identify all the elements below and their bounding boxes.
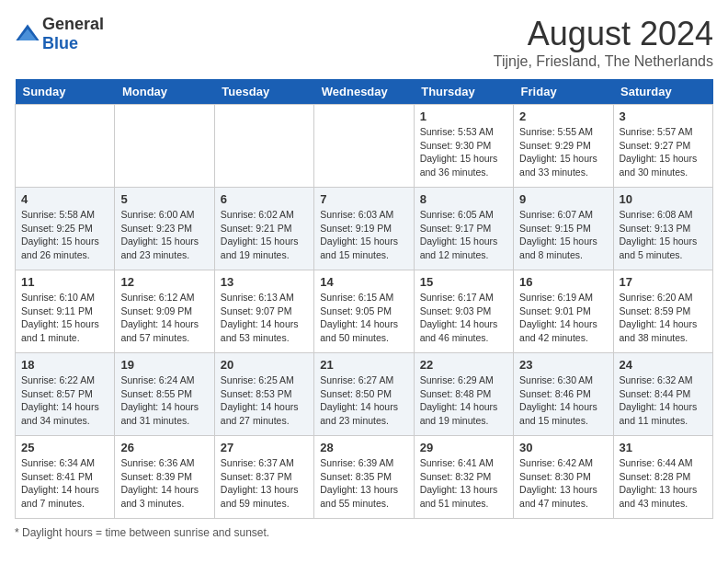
header-day-saturday: Saturday: [613, 79, 712, 105]
week-row-1: 1Sunrise: 5:53 AM Sunset: 9:30 PM Daylig…: [16, 105, 713, 188]
footer-note: * Daylight hours = time between sunrise …: [15, 526, 713, 539]
calendar-cell: 27Sunrise: 6:37 AM Sunset: 8:37 PM Dayli…: [214, 436, 313, 519]
day-number: 26: [120, 441, 208, 454]
day-number: 23: [519, 358, 607, 372]
day-number: 18: [21, 358, 108, 372]
day-content: Sunrise: 6:19 AM Sunset: 9:01 PM Dayligh…: [519, 291, 607, 345]
day-content: Sunrise: 6:24 AM Sunset: 8:55 PM Dayligh…: [120, 373, 208, 428]
day-content: Sunrise: 6:13 AM Sunset: 9:07 PM Dayligh…: [221, 291, 308, 345]
week-row-5: 25Sunrise: 6:34 AM Sunset: 8:41 PM Dayli…: [16, 436, 713, 519]
day-number: 7: [320, 192, 407, 206]
day-number: 5: [120, 192, 208, 206]
day-content: Sunrise: 5:53 AM Sunset: 9:30 PM Dayligh…: [420, 125, 507, 179]
day-content: Sunrise: 6:25 AM Sunset: 8:53 PM Dayligh…: [221, 373, 308, 428]
day-number: 1: [420, 109, 507, 123]
day-number: 13: [221, 275, 308, 289]
day-number: 16: [519, 275, 607, 289]
calendar-cell: 25Sunrise: 6:34 AM Sunset: 8:41 PM Dayli…: [16, 436, 115, 519]
calendar-cell: 11Sunrise: 6:10 AM Sunset: 9:11 PM Dayli…: [16, 270, 115, 353]
day-number: 8: [420, 192, 507, 206]
calendar-cell: [115, 105, 214, 188]
header-row: SundayMondayTuesdayWednesdayThursdayFrid…: [16, 79, 713, 105]
calendar-cell: 31Sunrise: 6:44 AM Sunset: 8:28 PM Dayli…: [613, 436, 712, 519]
day-content: Sunrise: 6:05 AM Sunset: 9:17 PM Dayligh…: [420, 208, 507, 262]
calendar-cell: 12Sunrise: 6:12 AM Sunset: 9:09 PM Dayli…: [115, 270, 214, 353]
day-number: 12: [120, 275, 208, 289]
day-content: Sunrise: 5:55 AM Sunset: 9:29 PM Dayligh…: [519, 125, 607, 179]
header: General Blue August 2024 Tijnje, Friesla…: [15, 15, 713, 70]
calendar-cell: 4Sunrise: 5:58 AM Sunset: 9:25 PM Daylig…: [16, 188, 115, 270]
day-content: Sunrise: 6:27 AM Sunset: 8:50 PM Dayligh…: [320, 373, 407, 428]
day-content: Sunrise: 6:10 AM Sunset: 9:11 PM Dayligh…: [21, 291, 108, 345]
day-content: Sunrise: 6:37 AM Sunset: 8:37 PM Dayligh…: [221, 456, 308, 511]
calendar-cell: 18Sunrise: 6:22 AM Sunset: 8:57 PM Dayli…: [16, 353, 115, 436]
calendar-cell: 9Sunrise: 6:07 AM Sunset: 9:15 PM Daylig…: [514, 188, 613, 270]
calendar-cell: [16, 105, 115, 188]
header-day-thursday: Thursday: [414, 79, 513, 105]
calendar-cell: 17Sunrise: 6:20 AM Sunset: 8:59 PM Dayli…: [613, 270, 712, 353]
calendar-cell: 10Sunrise: 6:08 AM Sunset: 9:13 PM Dayli…: [613, 188, 712, 270]
day-number: 19: [120, 358, 208, 372]
calendar-cell: 21Sunrise: 6:27 AM Sunset: 8:50 PM Dayli…: [314, 353, 414, 436]
page-title: August 2024: [494, 15, 713, 53]
calendar-cell: 13Sunrise: 6:13 AM Sunset: 9:07 PM Dayli…: [214, 270, 313, 353]
calendar-cell: [214, 105, 313, 188]
header-day-sunday: Sunday: [16, 79, 115, 105]
day-number: 10: [620, 192, 707, 206]
header-day-monday: Monday: [115, 79, 214, 105]
logo: General Blue: [15, 15, 104, 53]
day-content: Sunrise: 6:12 AM Sunset: 9:09 PM Dayligh…: [120, 291, 208, 345]
calendar-cell: 8Sunrise: 6:05 AM Sunset: 9:17 PM Daylig…: [414, 188, 513, 270]
day-number: 9: [519, 192, 607, 206]
day-number: 20: [221, 358, 308, 372]
title-area: August 2024 Tijnje, Friesland, The Nethe…: [494, 15, 713, 70]
day-content: Sunrise: 5:58 AM Sunset: 9:25 PM Dayligh…: [21, 208, 108, 262]
calendar-cell: 6Sunrise: 6:02 AM Sunset: 9:21 PM Daylig…: [214, 188, 313, 270]
day-content: Sunrise: 6:44 AM Sunset: 8:28 PM Dayligh…: [620, 456, 707, 511]
calendar-cell: 7Sunrise: 6:03 AM Sunset: 9:19 PM Daylig…: [314, 188, 414, 270]
calendar-cell: 2Sunrise: 5:55 AM Sunset: 9:29 PM Daylig…: [514, 105, 613, 188]
day-number: 2: [519, 109, 607, 123]
logo-icon: [15, 21, 40, 47]
day-number: 28: [320, 441, 407, 454]
calendar-cell: 20Sunrise: 6:25 AM Sunset: 8:53 PM Dayli…: [214, 353, 313, 436]
day-number: 24: [620, 358, 707, 372]
day-content: Sunrise: 6:03 AM Sunset: 9:19 PM Dayligh…: [320, 208, 407, 262]
week-row-4: 18Sunrise: 6:22 AM Sunset: 8:57 PM Dayli…: [16, 353, 713, 436]
calendar-cell: 3Sunrise: 5:57 AM Sunset: 9:27 PM Daylig…: [613, 105, 712, 188]
calendar-cell: 24Sunrise: 6:32 AM Sunset: 8:44 PM Dayli…: [613, 353, 712, 436]
day-number: 11: [21, 275, 108, 289]
calendar-header: SundayMondayTuesdayWednesdayThursdayFrid…: [16, 79, 713, 105]
day-content: Sunrise: 6:34 AM Sunset: 8:41 PM Dayligh…: [21, 456, 108, 511]
day-number: 21: [320, 358, 407, 372]
calendar-cell: [314, 105, 414, 188]
day-number: 14: [320, 275, 407, 289]
calendar-cell: 23Sunrise: 6:30 AM Sunset: 8:46 PM Dayli…: [514, 353, 613, 436]
day-content: Sunrise: 6:02 AM Sunset: 9:21 PM Dayligh…: [221, 208, 308, 262]
header-day-wednesday: Wednesday: [314, 79, 414, 105]
day-content: Sunrise: 6:15 AM Sunset: 9:05 PM Dayligh…: [320, 291, 407, 345]
day-number: 3: [620, 109, 707, 123]
calendar-table: SundayMondayTuesdayWednesdayThursdayFrid…: [15, 79, 713, 519]
calendar-cell: 29Sunrise: 6:41 AM Sunset: 8:32 PM Dayli…: [414, 436, 513, 519]
day-content: Sunrise: 6:20 AM Sunset: 8:59 PM Dayligh…: [620, 291, 707, 345]
week-row-3: 11Sunrise: 6:10 AM Sunset: 9:11 PM Dayli…: [16, 270, 713, 353]
day-content: Sunrise: 6:41 AM Sunset: 8:32 PM Dayligh…: [420, 456, 507, 511]
day-content: Sunrise: 6:42 AM Sunset: 8:30 PM Dayligh…: [519, 456, 607, 511]
calendar-body: 1Sunrise: 5:53 AM Sunset: 9:30 PM Daylig…: [16, 105, 713, 519]
day-content: Sunrise: 6:32 AM Sunset: 8:44 PM Dayligh…: [620, 373, 707, 428]
day-content: Sunrise: 6:36 AM Sunset: 8:39 PM Dayligh…: [120, 456, 208, 511]
calendar-cell: 28Sunrise: 6:39 AM Sunset: 8:35 PM Dayli…: [314, 436, 414, 519]
day-content: Sunrise: 6:08 AM Sunset: 9:13 PM Dayligh…: [620, 208, 707, 262]
calendar-cell: 22Sunrise: 6:29 AM Sunset: 8:48 PM Dayli…: [414, 353, 513, 436]
day-content: Sunrise: 6:17 AM Sunset: 9:03 PM Dayligh…: [420, 291, 507, 345]
calendar-cell: 5Sunrise: 6:00 AM Sunset: 9:23 PM Daylig…: [115, 188, 214, 270]
day-content: Sunrise: 6:07 AM Sunset: 9:15 PM Dayligh…: [519, 208, 607, 262]
day-number: 4: [21, 192, 108, 206]
day-content: Sunrise: 6:22 AM Sunset: 8:57 PM Dayligh…: [21, 373, 108, 428]
day-number: 30: [519, 441, 607, 454]
header-day-friday: Friday: [514, 79, 613, 105]
logo-blue: Blue: [42, 34, 78, 52]
day-number: 22: [420, 358, 507, 372]
calendar-cell: 14Sunrise: 6:15 AM Sunset: 9:05 PM Dayli…: [314, 270, 414, 353]
